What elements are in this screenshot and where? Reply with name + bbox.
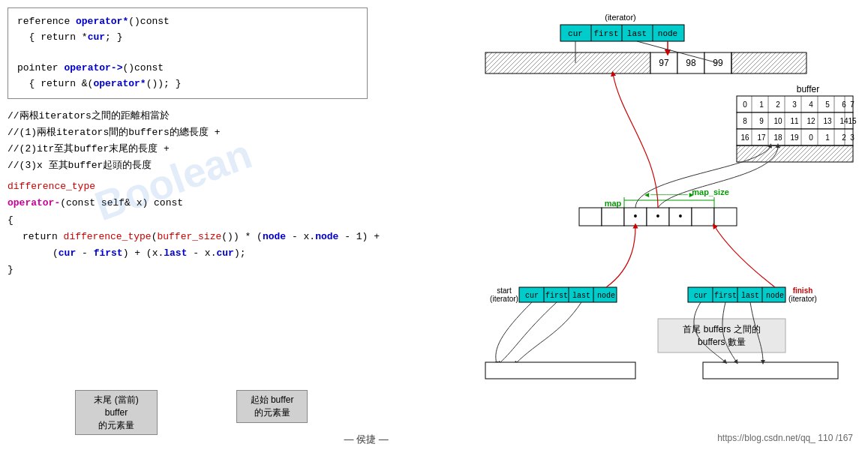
- svg-text:1: 1: [759, 100, 764, 109]
- svg-text:last: last: [572, 292, 590, 300]
- code-line-4: pointer operator->()const: [17, 61, 358, 76]
- comment-4: //(3)x 至其buffer起頭的長度: [8, 158, 368, 174]
- code-line-3: [17, 46, 358, 62]
- code-box-operators: reference operator*()const { return *cur…: [8, 8, 368, 99]
- diff-type-label: difference_type: [8, 178, 368, 195]
- svg-text:node: node: [597, 292, 615, 300]
- svg-text:5: 5: [825, 100, 830, 109]
- svg-text:19: 19: [790, 134, 799, 142]
- svg-text:4: 4: [809, 100, 813, 109]
- comment-2: //(1)兩根iterators間的buffers的總長度 +: [8, 124, 368, 141]
- comment-block: //兩根iterators之間的距離相當於 //(1)兩根iterators間的…: [8, 108, 368, 174]
- svg-text:8: 8: [743, 117, 747, 125]
- svg-rect-4: [485, 52, 650, 74]
- code-line-5: { return &(operator*()); }: [17, 76, 358, 92]
- svg-text:2: 2: [842, 134, 846, 142]
- right-diagram: (iterator) cur first last node 97 98 99 …: [388, 4, 860, 446]
- svg-text:•: •: [634, 210, 638, 222]
- svg-text:first: first: [714, 292, 737, 300]
- left-section: reference operator*()const { return *cur…: [8, 8, 368, 278]
- finish-label-text: finish: [793, 286, 813, 295]
- tooltip-tail-buffer: 末尾 (當前) buffer的元素量: [75, 390, 158, 435]
- svg-text:0: 0: [809, 134, 813, 142]
- code-line-2: { return *cur; }: [17, 30, 358, 46]
- finish-iterator-label: (iterator): [788, 295, 817, 303]
- svg-text:node: node: [766, 292, 784, 300]
- svg-text:18: 18: [773, 134, 782, 142]
- svg-text:11: 11: [790, 117, 799, 125]
- start-iterator-label: (iterator): [490, 295, 518, 303]
- svg-text:1: 1: [825, 134, 830, 142]
- svg-text:9: 9: [759, 117, 764, 125]
- buf-0: 0: [743, 100, 747, 109]
- svg-text:15: 15: [848, 117, 857, 125]
- svg-text:12: 12: [806, 117, 815, 125]
- map-label: map: [605, 199, 622, 208]
- svg-text:3: 3: [792, 100, 797, 109]
- buffers-count-label: buffers 數量: [698, 337, 746, 347]
- svg-text:•: •: [656, 210, 660, 222]
- code-line-1: reference operator*()const: [17, 14, 358, 30]
- code-lower: difference_type operator-(const self& x)…: [8, 178, 368, 278]
- brace-close: }: [8, 262, 368, 278]
- svg-text:cur: cur: [525, 292, 539, 300]
- buffer-label: buffer: [797, 84, 819, 94]
- svg-text:7: 7: [850, 100, 854, 109]
- svg-rect-57: [579, 208, 602, 226]
- svg-rect-91: [485, 362, 635, 379]
- svg-text:◄───────►: ◄───────►: [643, 190, 695, 199]
- brace-open: {: [8, 212, 368, 229]
- svg-rect-58: [602, 208, 624, 226]
- svg-text:13: 13: [823, 117, 832, 125]
- tooltip-start-buffer: 起始 buffer的元素量: [236, 390, 308, 423]
- svg-text:10: 10: [773, 117, 782, 125]
- footer-url: https://blog.csdn.net/qq_ 110 /167: [717, 433, 853, 446]
- svg-text:17: 17: [757, 134, 766, 142]
- calc-line: (cur - first) + (x.last - x.cur);: [8, 245, 368, 262]
- footer: — 侯捷 — https://blog.csdn.net/qq_ 110 /16…: [0, 433, 868, 446]
- map-size-label: map_size: [692, 188, 729, 196]
- svg-rect-8: [731, 52, 806, 74]
- iter-last-top: last: [627, 29, 647, 38]
- diagram-svg: (iterator) cur first last node 97 98 99 …: [388, 4, 860, 446]
- iter-node-top: node: [658, 29, 677, 38]
- svg-text:first: first: [545, 292, 568, 300]
- iterator-label-top: (iterator): [605, 13, 636, 22]
- return-line: return difference_type(buffer_size()) * …: [8, 229, 368, 245]
- svg-text:14: 14: [839, 117, 848, 125]
- start-label: start: [497, 286, 512, 295]
- iter-cur-top: cur: [568, 29, 583, 38]
- svg-text:cur: cur: [694, 292, 707, 300]
- svg-text:6: 6: [842, 100, 846, 109]
- operator-line: operator-(const self& x) const: [8, 195, 368, 212]
- footer-author: — 侯捷 —: [15, 433, 717, 446]
- svg-text:•: •: [679, 210, 683, 222]
- svg-rect-92: [703, 362, 838, 379]
- svg-rect-56: [737, 146, 853, 162]
- comment-1: //兩根iterators之間的距離相當於: [8, 108, 368, 124]
- cell-99: 99: [713, 58, 723, 68]
- cell-98: 98: [686, 58, 696, 68]
- svg-text:3: 3: [850, 134, 854, 142]
- svg-rect-65: [692, 208, 714, 226]
- cell-97: 97: [659, 58, 669, 68]
- iter-first-top: first: [593, 29, 618, 38]
- svg-text:16: 16: [740, 134, 749, 142]
- svg-text:2: 2: [776, 100, 780, 109]
- svg-text:last: last: [741, 292, 759, 300]
- comment-3: //(2)itr至其buffer末尾的長度 +: [8, 141, 368, 158]
- svg-rect-66: [714, 208, 737, 226]
